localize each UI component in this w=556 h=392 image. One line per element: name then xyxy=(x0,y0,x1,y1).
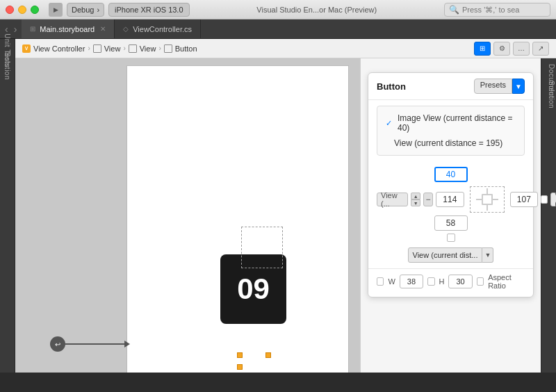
center-left-line xyxy=(476,199,482,200)
left-sidebar: Unit Tests Solution xyxy=(0,39,15,373)
scheme-segment[interactable]: Debug › xyxy=(67,3,104,17)
tab-close-storyboard[interactable]: ✕ xyxy=(100,25,106,33)
presets-select[interactable]: Presets xyxy=(474,79,512,94)
middle-row: View (... ▲ ▼ − 114 xyxy=(377,186,525,213)
right-panel: Button Presets ▼ Image View (current dis… xyxy=(360,58,541,373)
width-checkbox[interactable] xyxy=(377,277,384,286)
sidebar-document-icon[interactable]: Document xyxy=(543,64,555,76)
bottom-constraint-input[interactable]: 58 xyxy=(434,215,468,231)
search-input[interactable] xyxy=(462,6,546,14)
settings-tool-btn[interactable]: ⚙ xyxy=(493,42,510,56)
dropdown-item-image-view[interactable]: Image View (current distance = 40) xyxy=(377,111,524,136)
width-label: W xyxy=(388,277,395,286)
black-box-text: 09 xyxy=(237,272,270,306)
bottom-checkbox-row xyxy=(447,234,455,242)
storyboard-icon: ⊞ xyxy=(30,25,35,33)
right-checkbox[interactable] xyxy=(541,195,548,204)
center-bottom-line xyxy=(486,205,488,211)
panel-title: Button xyxy=(377,81,406,92)
height-input[interactable]: 30 xyxy=(448,275,472,288)
breadcrumb-vc[interactable]: View Controller xyxy=(33,44,85,53)
view-icon-2 xyxy=(129,44,137,53)
constraints-panel: Button Presets ▼ Image View (current dis… xyxy=(368,72,534,297)
height-checkbox[interactable] xyxy=(427,277,434,286)
left-constraint-side: View (... ▲ ▼ − 114 xyxy=(377,192,464,207)
dashed-selection-box xyxy=(241,227,283,268)
tab-label-storyboard: Main.storyboard xyxy=(40,25,95,33)
phone-canvas xyxy=(126,65,349,373)
left-stepper-down[interactable]: ▼ xyxy=(411,199,420,206)
canvas-area[interactable]: 09 ↩ xyxy=(15,58,360,373)
canvas-right-wrapper: 09 ↩ xyxy=(15,58,556,373)
center-constraint-box xyxy=(470,186,505,213)
center-inner-box xyxy=(482,194,493,205)
sidebar-item-solution[interactable]: Solution xyxy=(1,60,14,72)
dropdown-item-label-0: Image View (current distance = 40) xyxy=(398,113,516,133)
presets-arrow-btn[interactable]: ▼ xyxy=(512,79,525,94)
left-constraint-input[interactable]: 114 xyxy=(436,192,464,207)
width-input[interactable]: 38 xyxy=(400,275,423,288)
height-value: 30 xyxy=(456,277,464,286)
arrow-circle-icon: ↩ xyxy=(50,336,65,352)
left-minus-btn[interactable]: − xyxy=(423,193,433,206)
cs-icon: ◇ xyxy=(123,25,129,33)
play-button[interactable] xyxy=(49,3,63,17)
aspect-ratio-checkbox[interactable] xyxy=(477,277,484,286)
share-tool-btn[interactable]: ↗ xyxy=(532,42,549,56)
search-bar[interactable]: 🔍 xyxy=(444,3,550,17)
bottom-dropdown: View (current dist... ▼ xyxy=(408,247,494,263)
inspector-tool-btn[interactable]: … xyxy=(513,42,530,56)
bottom-value-row: 58 xyxy=(434,215,468,231)
bottom-dropdown-arrow[interactable]: ▼ xyxy=(482,247,493,263)
breadcrumb-view2[interactable]: View xyxy=(140,44,156,53)
layout-tool-btn[interactable]: ⊞ xyxy=(474,42,491,56)
selection-handle-bm xyxy=(265,352,271,358)
right-constraint-side: 107 View (... xyxy=(510,192,556,207)
left-constraint-value: 114 xyxy=(443,195,457,204)
view-icon-1 xyxy=(93,44,101,53)
tab-back-button[interactable]: ‹ xyxy=(3,24,10,35)
tab-viewcontroller[interactable]: ◇ ViewController.cs xyxy=(115,19,201,38)
content-wrapper: V View Controller › View › View › Button… xyxy=(15,39,556,373)
top-constraint-value: 40 xyxy=(446,170,455,179)
dropdown-item-view[interactable]: View (current distance = 195) xyxy=(377,136,524,151)
width-value: 38 xyxy=(407,277,416,286)
breadcrumb-tools: ⊞ ⚙ … ↗ xyxy=(474,42,549,56)
right-constraint-value: 107 xyxy=(517,195,531,204)
scheme-chevron: › xyxy=(97,6,99,14)
bottom-checkbox[interactable] xyxy=(447,234,455,242)
dropdown-menu: Image View (current distance = 40) View … xyxy=(377,106,525,156)
device-selector[interactable]: iPhone XR iOS 13.0 xyxy=(108,3,189,17)
wh-row: W 38 H 30 Aspect Ratio xyxy=(368,268,533,297)
tab-label-vc: ViewController.cs xyxy=(133,25,192,33)
breadcrumb-sep-3: › xyxy=(158,44,161,52)
close-button[interactable] xyxy=(6,6,14,14)
traffic-lights xyxy=(6,6,39,14)
left-constraint-label: View (... xyxy=(377,193,408,206)
tab-forward-button[interactable]: › xyxy=(12,24,19,35)
bottom-dropdown-label: View (current dist... xyxy=(413,251,478,259)
top-constraint-input[interactable]: 40 xyxy=(434,167,468,182)
center-top-line xyxy=(486,188,488,194)
minimize-button[interactable] xyxy=(18,6,26,14)
right-sidebar: Document Solution xyxy=(541,58,556,373)
sidebar-solution-icon[interactable]: Solution xyxy=(543,81,555,93)
breadcrumb-bar: V View Controller › View › View › Button… xyxy=(15,39,556,58)
maximize-button[interactable] xyxy=(31,6,39,14)
left-stepper-up[interactable]: ▲ xyxy=(411,193,420,199)
panel-header: Button Presets ▼ xyxy=(368,73,533,100)
arrow-connector: ↩ xyxy=(50,336,130,352)
selection-handle-br xyxy=(237,352,243,358)
breadcrumb-sep-2: › xyxy=(123,44,125,52)
app-title: Visual Studio En...or Mac (Preview) xyxy=(194,6,440,14)
breadcrumb-sep-1: › xyxy=(88,44,90,52)
breadcrumb-button[interactable]: Button xyxy=(175,44,197,53)
sidebar-solution-label: Solution xyxy=(548,81,555,108)
breadcrumb-view1[interactable]: View xyxy=(104,44,121,53)
bottom-dropdown-select[interactable]: View (current dist... xyxy=(408,247,483,263)
device-label: iPhone XR iOS 13.0 xyxy=(115,6,183,14)
tab-main-storyboard[interactable]: ⊞ Main.storyboard ✕ xyxy=(22,19,115,38)
right-constraint-input[interactable]: 107 xyxy=(510,192,538,207)
left-stepper: ▲ ▼ xyxy=(411,193,420,206)
center-mid-line xyxy=(476,194,498,205)
